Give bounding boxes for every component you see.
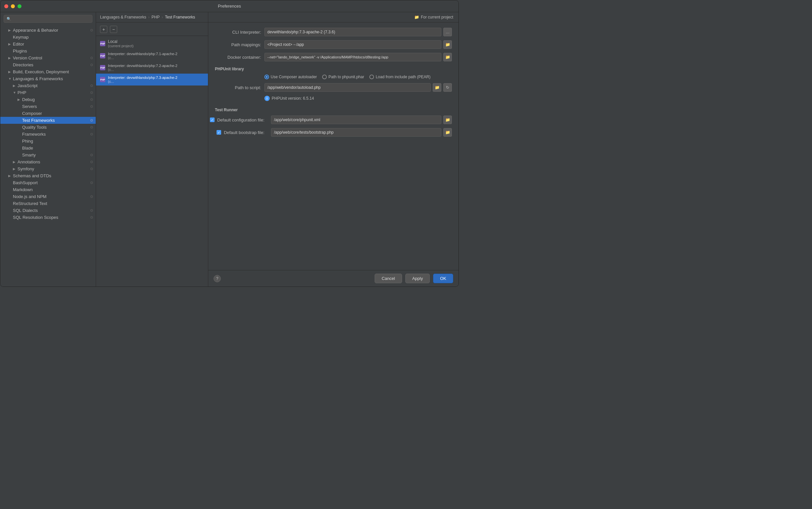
sidebar-item-directories[interactable]: Directories ⊙	[0, 61, 96, 68]
sidebar-item-label: Schemas and DTDs	[13, 173, 51, 178]
remove-interpreter-button[interactable]: −	[110, 26, 117, 33]
close-button[interactable]	[4, 4, 8, 8]
sidebar-item-label: Appearance & Behavior	[13, 28, 58, 33]
sidebar-item-label: Node.js and NPM	[13, 194, 46, 199]
sidebar-item-symfony[interactable]: ▶ Symfony ⊙	[0, 165, 96, 172]
path-mappings-input[interactable]	[264, 40, 441, 49]
default-bootstrap-input[interactable]	[271, 128, 441, 137]
sidebar-item-sql-resolution-scopes[interactable]: SQL Resolution Scopes ⊙	[0, 214, 96, 221]
sidebar-item-label: Directories	[13, 62, 33, 67]
sidebar-item-label: Symfony	[18, 166, 34, 171]
docker-container-browse-button[interactable]: 📁	[443, 53, 452, 61]
sidebar-item-servers[interactable]: Servers ⊙	[0, 103, 96, 110]
path-mappings-row: Path mappings: 📁	[215, 40, 452, 49]
right-content: CLI Interpreter: … Path mappings: 📁	[208, 23, 459, 270]
sidebar-item-php[interactable]: ▼ PHP ⊙	[0, 89, 96, 96]
sidebar-item-composer[interactable]: Composer	[0, 110, 96, 117]
sidebar-item-label: Version Control	[13, 56, 42, 60]
interpreter-name: Interpreter: devwithlando/php:7.2-apache…	[108, 64, 204, 68]
docker-container-input-wrapper: 📁	[264, 53, 452, 61]
sidebar-item-label: Keymap	[13, 35, 29, 40]
sidebar-item-languages-frameworks[interactable]: ▼ Languages & Frameworks	[0, 75, 96, 82]
sync-icon: ⊙	[90, 167, 93, 171]
preferences-window: Preferences 🔍 ▶ Appearance & Behavior ⊙ …	[0, 0, 459, 287]
default-config-input[interactable]	[271, 115, 441, 124]
sidebar-item-smarty[interactable]: Smarty ⊙	[0, 151, 96, 159]
ok-button[interactable]: OK	[433, 274, 453, 283]
sidebar-item-schemas-dtds[interactable]: ▶ Schemas and DTDs	[0, 172, 96, 179]
chevron-right-icon: ▶	[8, 28, 11, 32]
window-title: Preferences	[218, 4, 241, 8]
interpreter-item-71[interactable]: PHP Interpreter: devwithlando/php:7.1-ap…	[96, 50, 208, 62]
path-mappings-browse-button[interactable]: 📁	[443, 40, 452, 49]
sidebar-item-plugins[interactable]: Plugins	[0, 47, 96, 55]
interpreter-item-local[interactable]: PHP Local (current project)	[96, 37, 208, 50]
path-to-script-input[interactable]	[264, 83, 431, 92]
chevron-right-icon: ▶	[13, 167, 16, 171]
radio-composer-option[interactable]: Use Composer autoloader	[264, 75, 317, 79]
sidebar: 🔍 ▶ Appearance & Behavior ⊙ Keymap ▶	[0, 12, 96, 286]
apply-button[interactable]: Apply	[405, 274, 430, 283]
sidebar-item-label: Annotations	[18, 160, 40, 164]
sidebar-item-quality-tools[interactable]: Quality Tools ⊙	[0, 124, 96, 131]
sidebar-item-build-execution[interactable]: ▶ Build, Execution, Deployment	[0, 68, 96, 75]
sidebar-item-restructured-text[interactable]: ReStructured Text	[0, 200, 96, 207]
sidebar-item-blade[interactable]: Blade	[0, 144, 96, 151]
radio-phpunit-option[interactable]: Path to phpunit.phar	[322, 75, 364, 79]
titlebar: Preferences	[0, 0, 459, 12]
cli-interpreter-browse-button[interactable]: …	[443, 28, 452, 36]
path-to-script-refresh-button[interactable]: ↻	[443, 83, 452, 92]
sidebar-item-sql-dialects[interactable]: SQL Dialects ⊙	[0, 207, 96, 214]
docker-container-input[interactable]	[264, 53, 441, 61]
sidebar-item-debug[interactable]: ▶ Debug ⊙	[0, 96, 96, 103]
path-to-script-label: Path to script:	[215, 85, 261, 90]
interpreter-item-73[interactable]: PHP Interpreter: devwithlando/php:7.3-ap…	[96, 74, 208, 86]
sidebar-item-label: Plugins	[13, 48, 27, 54]
help-button[interactable]: ?	[213, 275, 221, 282]
main-content: 🔍 ▶ Appearance & Behavior ⊙ Keymap ▶	[0, 12, 459, 286]
default-bootstrap-checkbox[interactable]	[216, 130, 221, 135]
interpreter-list: PHP Local (current project) PHP Interpre…	[96, 36, 208, 286]
sidebar-item-nodejs-npm[interactable]: Node.js and NPM ⊙	[0, 193, 96, 200]
sidebar-item-javascript[interactable]: ▶ JavaScript ⊙	[0, 82, 96, 89]
sidebar-item-bash-support[interactable]: BashSupport ⊙	[0, 179, 96, 186]
maximize-button[interactable]	[18, 4, 22, 8]
phpunit-radio-group: Use Composer autoloader Path to phpunit.…	[264, 75, 452, 79]
default-config-browse-button[interactable]: 📁	[443, 115, 452, 124]
window-controls	[4, 4, 22, 8]
search-input[interactable]	[13, 16, 90, 21]
sidebar-item-label: Servers	[22, 104, 37, 109]
project-badge-label: For current project	[421, 15, 453, 20]
cancel-button[interactable]: Cancel	[375, 274, 402, 283]
breadcrumb-part-1: Languages & Frameworks	[100, 15, 146, 20]
sidebar-item-annotations[interactable]: ▶ Annotations ⊙	[0, 159, 96, 165]
cli-interpreter-input[interactable]	[264, 28, 441, 36]
sidebar-item-markdown[interactable]: Markdown	[0, 186, 96, 193]
radio-include-option[interactable]: Load from include path (PEAR)	[369, 75, 431, 79]
interpreter-name: Interpreter: devwithlando/php:7.1-apache…	[108, 52, 204, 56]
minimize-button[interactable]	[11, 4, 15, 8]
sidebar-item-phing[interactable]: Phing	[0, 138, 96, 144]
chevron-down-icon: ▼	[13, 91, 16, 94]
sidebar-item-label: ReStructured Text	[13, 201, 47, 206]
path-to-script-browse-button[interactable]: 📁	[433, 83, 441, 92]
sidebar-item-label: Frameworks	[22, 132, 46, 137]
add-interpreter-button[interactable]: +	[100, 26, 107, 33]
chevron-right-icon: ▶	[8, 42, 11, 46]
sidebar-item-version-control[interactable]: ▶ Version Control ⊙	[0, 55, 96, 61]
sidebar-item-label: BashSupport	[13, 180, 38, 185]
interpreter-item-72[interactable]: PHP Interpreter: devwithlando/php:7.2-ap…	[96, 62, 208, 74]
sync-icon: ⊙	[90, 97, 93, 102]
sidebar-item-frameworks[interactable]: Frameworks ⊙	[0, 131, 96, 138]
sidebar-item-label: Languages & Frameworks	[13, 76, 63, 81]
sidebar-item-keymap[interactable]: Keymap	[0, 34, 96, 41]
default-config-checkbox[interactable]	[210, 117, 214, 122]
default-bootstrap-browse-button[interactable]: 📁	[443, 128, 452, 137]
sidebar-item-editor[interactable]: ▶ Editor	[0, 41, 96, 47]
sidebar-item-appearance[interactable]: ▶ Appearance & Behavior ⊙	[0, 27, 96, 34]
sidebar-item-label: PHP	[18, 90, 26, 95]
sidebar-item-test-frameworks[interactable]: Test Frameworks ⊙	[0, 117, 96, 124]
search-box[interactable]: 🔍	[4, 15, 93, 23]
docker-container-row: Docker container: 📁	[215, 53, 452, 61]
sidebar-item-label: Debug	[22, 97, 35, 102]
